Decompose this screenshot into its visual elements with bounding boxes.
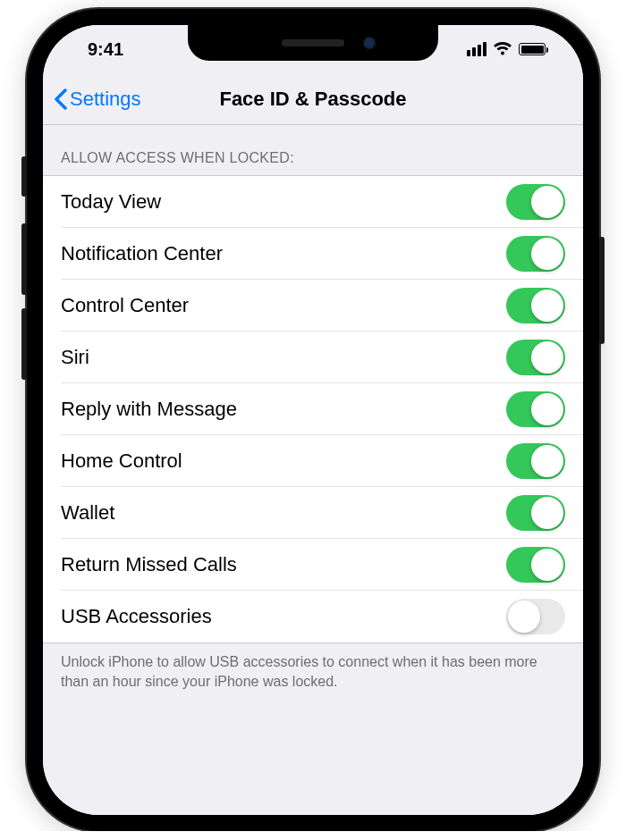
row-siri: Siri [43,332,583,383]
row-label: Notification Center [61,242,223,265]
back-button[interactable]: Settings [54,88,141,111]
section-footer: Unlock iPhone to allow USB accessories t… [43,643,583,709]
chevron-left-icon [54,88,68,110]
row-label: Home Control [61,449,182,473]
notch [188,25,438,61]
row-label: Reply with Message [61,398,237,421]
cellular-signal-icon [467,42,486,56]
row-notification-center: Notification Center [43,228,583,280]
toggle-siri[interactable] [506,340,565,375]
toggle-usb-accessories[interactable] [506,599,565,634]
status-indicators [467,42,546,56]
section-header: ALLOW ACCESS WHEN LOCKED: [43,125,583,175]
toggle-return-missed-calls[interactable] [506,547,565,583]
speaker-grille [282,39,344,46]
content: ALLOW ACCESS WHEN LOCKED: Today View Not… [43,125,583,815]
row-reply-with-message: Reply with Message [43,383,583,435]
battery-icon [519,43,546,55]
toggle-home-control[interactable] [506,443,565,479]
row-usb-accessories: USB Accessories [43,591,583,643]
toggle-today-view[interactable] [506,184,565,220]
volume-down-button [21,308,27,380]
row-label: Return Missed Calls [61,553,237,576]
nav-bar: Settings Face ID & Passcode [43,73,583,125]
row-wallet: Wallet [43,487,583,539]
volume-up-button [21,223,27,295]
back-label: Settings [70,88,141,111]
phone-frame: 9:41 Settings Face ID & Passcode A [27,9,599,831]
mute-switch [21,156,27,197]
side-button [599,237,605,344]
row-control-center: Control Center [43,280,583,332]
row-label: Today View [61,190,161,214]
row-label: Control Center [61,294,189,317]
toggle-control-center[interactable] [506,288,565,323]
screen: 9:41 Settings Face ID & Passcode A [43,25,583,815]
toggle-reply-with-message[interactable] [506,391,565,427]
page-title: Face ID & Passcode [219,88,406,111]
row-label: Siri [61,346,89,369]
status-time: 9:41 [88,39,123,60]
toggle-notification-center[interactable] [506,236,565,272]
row-return-missed-calls: Return Missed Calls [43,539,583,591]
row-today-view: Today View [43,176,583,228]
settings-list: Today View Notification Center Control C… [43,175,583,643]
row-label: USB Accessories [61,605,212,628]
toggle-wallet[interactable] [506,495,565,531]
row-home-control: Home Control [43,435,583,487]
wifi-icon [493,42,512,56]
row-label: Wallet [61,501,114,525]
front-camera [363,37,376,49]
